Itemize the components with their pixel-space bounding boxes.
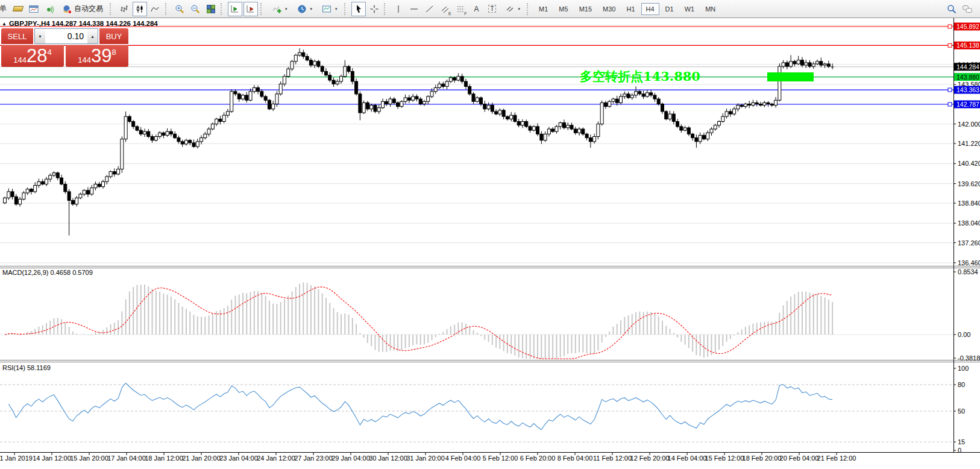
- fibonacci-button[interactable]: F: [454, 2, 468, 16]
- mt4-window: 单 自动交易: [0, 0, 980, 469]
- bar-chart-button[interactable]: [117, 2, 131, 16]
- candlestick-chart-button[interactable]: [133, 2, 147, 16]
- horizontal-line-icon: [409, 4, 419, 14]
- new-order-button[interactable]: 单: [0, 2, 10, 16]
- svg-text:30 Jan 12:00: 30 Jan 12:00: [369, 455, 407, 462]
- search-button[interactable]: [944, 2, 959, 16]
- timeframe-button-H4[interactable]: H4: [641, 3, 659, 15]
- svg-text:15 Feb 12:00: 15 Feb 12:00: [705, 455, 744, 462]
- svg-text:139.620: 139.620: [958, 180, 980, 187]
- annotation-text[interactable]: 多空转折点143.880: [580, 69, 700, 84]
- arrows-icon: [505, 4, 515, 14]
- svg-text:141.220: 141.220: [958, 140, 980, 147]
- volume-decrease-button[interactable]: ▼: [35, 29, 45, 43]
- toolbar: 单 自动交易: [0, 0, 980, 18]
- zoom-in-button[interactable]: [172, 2, 187, 16]
- search-icon: [947, 4, 956, 14]
- buy-price-big: 39: [91, 46, 112, 65]
- market-watch-button[interactable]: [11, 2, 25, 16]
- svg-text:50: 50: [958, 408, 965, 415]
- cursor-button[interactable]: [351, 2, 366, 16]
- text-button[interactable]: A: [470, 2, 484, 16]
- new-chart-icon: [29, 4, 39, 14]
- autotrade-button[interactable]: 自动交易: [58, 2, 107, 16]
- autotrade-icon: [62, 4, 72, 14]
- toolbar-separator: [260, 3, 265, 15]
- svg-text:11 Feb 12:00: 11 Feb 12:00: [593, 455, 632, 462]
- text-label-icon: T: [488, 5, 495, 13]
- channel-letter: E: [448, 11, 451, 16]
- timeframe-button-M5[interactable]: M5: [554, 3, 573, 15]
- chart-title-text: GBPJPY-,H4 144.287 144.338 144.226 144.2…: [9, 20, 158, 27]
- svg-text:20 Feb 04:00: 20 Feb 04:00: [780, 455, 819, 462]
- svg-text:8 Feb 04:00: 8 Feb 04:00: [558, 455, 593, 462]
- svg-text:145.892: 145.892: [956, 23, 979, 30]
- timeframe-button-M30[interactable]: M30: [598, 3, 620, 15]
- svg-text:137.260: 137.260: [958, 239, 980, 247]
- chart-shift-icon: [246, 4, 256, 14]
- one-click-trade-panel: SELL ▼ 0.10 ▲ BUY 144284 144398: [1, 28, 128, 67]
- indicators-icon: [272, 4, 281, 14]
- buy-price-display[interactable]: 144398: [66, 45, 128, 67]
- new-chart-button[interactable]: [27, 2, 41, 16]
- timeframe-button-H1[interactable]: H1: [621, 3, 639, 15]
- timeframe-button-W1[interactable]: W1: [680, 3, 700, 15]
- buy-price-prefix: 144: [78, 55, 91, 65]
- svg-text:0.00: 0.00: [958, 331, 970, 338]
- signals-icon: [45, 4, 54, 14]
- svg-text:14 Jan 12:00: 14 Jan 12:00: [33, 455, 71, 462]
- sell-price-display[interactable]: 144284: [1, 45, 64, 67]
- toolbar-separator: [527, 3, 532, 15]
- timeframe-group: M1M5M15M30H1H4D1W1MN: [533, 3, 721, 15]
- horizontal-line-button[interactable]: [407, 2, 421, 16]
- line-chart-icon: [151, 4, 160, 14]
- channel-button[interactable]: E: [438, 2, 453, 16]
- autotrade-label: 自动交易: [74, 4, 103, 14]
- timeframe-button-M15[interactable]: M15: [574, 3, 597, 15]
- timeframe-button-MN[interactable]: MN: [700, 3, 720, 15]
- signals-button[interactable]: [42, 2, 57, 16]
- svg-text:18 Feb 20:00: 18 Feb 20:00: [743, 455, 782, 462]
- new-order-label: 单: [0, 4, 7, 14]
- zoom-in-icon: [175, 4, 184, 14]
- periods-button[interactable]: ▾: [293, 2, 317, 16]
- text-label-button[interactable]: T: [485, 2, 500, 16]
- arrows-button[interactable]: ▾: [501, 2, 525, 16]
- toolbar-separator: [384, 3, 389, 15]
- chevron-down-icon: ▾: [518, 7, 521, 11]
- svg-text:12 Feb 20:00: 12 Feb 20:00: [630, 455, 670, 462]
- sell-button[interactable]: SELL: [1, 28, 33, 44]
- trendline-button[interactable]: [422, 2, 437, 16]
- volume-input[interactable]: 0.10: [45, 29, 87, 43]
- svg-text:138.840: 138.840: [958, 200, 980, 207]
- highlight-rectangle[interactable]: [767, 72, 814, 81]
- buy-price-sup: 8: [112, 48, 116, 57]
- price-chart[interactable]: 多空转折点143.880145.940145.160144.380143.580…: [0, 0, 980, 469]
- zoom-out-button[interactable]: [188, 2, 203, 16]
- vertical-line-button[interactable]: [391, 2, 406, 16]
- crosshair-button[interactable]: [367, 2, 382, 16]
- indicators-button[interactable]: ▾: [268, 2, 292, 16]
- volume-increase-button[interactable]: ▲: [87, 29, 98, 43]
- svg-text:23 Jan 04:00: 23 Jan 04:00: [219, 455, 258, 462]
- svg-text:6 Feb 20:00: 6 Feb 20:00: [520, 455, 556, 462]
- bar-chart-icon: [119, 4, 129, 14]
- volume-stepper: ▼ 0.10 ▲: [34, 28, 98, 44]
- toolbar-separator: [344, 3, 349, 15]
- toolbar-separator: [221, 3, 225, 15]
- svg-text:27 Jan 23:00: 27 Jan 23:00: [294, 455, 333, 462]
- timeframe-button-D1[interactable]: D1: [661, 3, 679, 15]
- svg-text:142.787: 142.787: [956, 101, 979, 108]
- auto-scroll-button[interactable]: [228, 2, 242, 16]
- svg-text:138.040: 138.040: [958, 219, 980, 227]
- vertical-line-icon: [394, 4, 403, 14]
- svg-text:24 Jan 12:00: 24 Jan 12:00: [257, 455, 295, 462]
- timeframe-button-M1[interactable]: M1: [534, 3, 553, 15]
- chat-button[interactable]: [960, 2, 975, 16]
- rsi-indicator-label: RSI(14) 58.1169: [2, 364, 51, 371]
- chart-shift-button[interactable]: [243, 2, 258, 16]
- line-chart-button[interactable]: [148, 2, 163, 16]
- buy-button[interactable]: BUY: [99, 28, 128, 44]
- templates-button[interactable]: ▾: [318, 2, 342, 16]
- tile-windows-button[interactable]: [204, 2, 218, 16]
